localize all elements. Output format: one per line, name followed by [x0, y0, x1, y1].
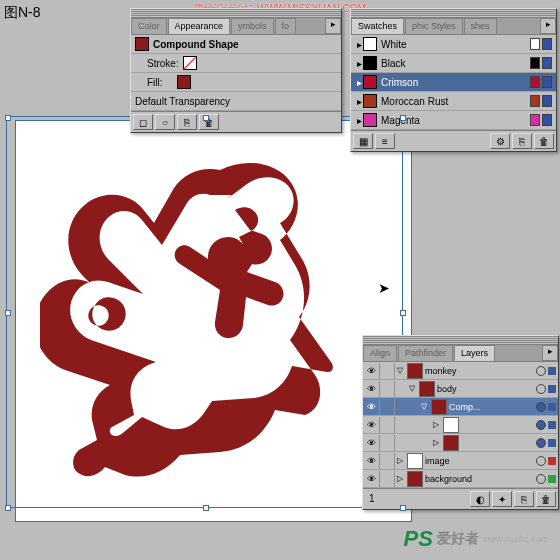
lock-column[interactable] — [380, 435, 395, 451]
visibility-icon[interactable]: 👁 — [363, 471, 380, 487]
lock-column[interactable] — [380, 363, 395, 379]
mode-icon — [542, 114, 552, 126]
tab-swatches[interactable]: Swatches — [351, 18, 404, 34]
appearance-panel[interactable]: Color Appearance ymbols fo ▸ Compound Sh… — [130, 8, 342, 133]
selection-handle[interactable] — [400, 115, 406, 121]
layer-row[interactable]: 👁▷image — [363, 452, 558, 470]
new-fill-icon[interactable]: ◻ — [133, 114, 153, 130]
layers-tabs[interactable]: Align Pathfinder Layers ▸ — [363, 345, 558, 362]
layer-name[interactable]: body — [437, 384, 457, 394]
trash-icon[interactable]: 🗑 — [534, 133, 554, 149]
stroke-row[interactable]: Stroke: — [131, 54, 341, 73]
layer-row[interactable]: 👁▽Comp... — [363, 398, 558, 416]
new-swatch-icon[interactable]: ⎘ — [512, 133, 532, 149]
trash-icon[interactable]: 🗑 — [536, 491, 556, 507]
swatch-row[interactable]: ▸Black — [351, 54, 556, 73]
sel-indicator — [548, 475, 556, 483]
options-icon[interactable]: ⚙ — [490, 133, 510, 149]
new-sublayer-icon[interactable]: ✦ — [492, 491, 512, 507]
tab-color[interactable]: Color — [131, 18, 167, 34]
selection-handle[interactable] — [5, 310, 11, 316]
layers-panel[interactable]: Align Pathfinder Layers ▸ 👁▽monkey👁▽body… — [362, 335, 559, 510]
target-icon[interactable] — [536, 456, 546, 466]
target-icon[interactable] — [536, 420, 546, 430]
layer-row[interactable]: 👁▷background — [363, 470, 558, 488]
target-icon[interactable] — [536, 384, 546, 394]
disclosure-icon[interactable]: ▷ — [431, 420, 441, 429]
selection-handle[interactable] — [5, 505, 11, 511]
disclosure-icon[interactable]: ▷ — [395, 456, 405, 465]
show-kinds-icon[interactable]: ▦ — [353, 133, 373, 149]
duplicate-icon[interactable]: ⎘ — [177, 114, 197, 130]
sel-indicator — [548, 385, 556, 393]
swatch-row[interactable]: ▸Crimson — [351, 73, 556, 92]
panel-grip[interactable] — [363, 336, 558, 345]
lock-column[interactable] — [380, 453, 395, 469]
swatch-row[interactable]: ▸Magenta — [351, 111, 556, 130]
tab-symbols[interactable]: ymbols — [231, 18, 274, 34]
panel-menu-icon[interactable]: ▸ — [540, 18, 556, 34]
panel-menu-icon[interactable]: ▸ — [325, 18, 341, 34]
visibility-icon[interactable]: 👁 — [363, 417, 380, 433]
swatch-row[interactable]: ▸White — [351, 35, 556, 54]
swatch-row[interactable]: ▸Moroccan Rust — [351, 92, 556, 111]
layer-name[interactable]: Comp... — [449, 402, 481, 412]
monkey-artwork[interactable] — [40, 140, 380, 520]
clip-icon[interactable]: ◐ — [470, 491, 490, 507]
stroke-label: Stroke: — [147, 58, 179, 69]
disclosure-icon[interactable]: ▽ — [419, 402, 429, 411]
selection-handle[interactable] — [203, 505, 209, 511]
target-icon[interactable] — [536, 474, 546, 484]
tab-pathfinder[interactable]: Pathfinder — [398, 345, 453, 361]
list-view-icon[interactable]: ≡ — [375, 133, 395, 149]
selection-handle[interactable] — [400, 310, 406, 316]
target-icon[interactable] — [536, 438, 546, 448]
layer-row[interactable]: 👁▽monkey — [363, 362, 558, 380]
fill-row[interactable]: Fill: — [131, 73, 341, 92]
layer-row[interactable]: 👁▷ — [363, 416, 558, 434]
target-icon[interactable] — [536, 366, 546, 376]
visibility-icon[interactable]: 👁 — [363, 381, 380, 397]
new-stroke-icon[interactable]: ○ — [155, 114, 175, 130]
lock-column[interactable] — [380, 417, 395, 433]
appearance-item[interactable]: Compound Shape — [131, 35, 341, 54]
panel-grip[interactable] — [131, 9, 341, 18]
layer-name[interactable]: image — [425, 456, 450, 466]
swatches-panel[interactable]: Swatches phic Styles shes ▸ ▸White▸Black… — [350, 8, 557, 152]
visibility-icon[interactable]: 👁 — [363, 435, 380, 451]
lock-column[interactable] — [380, 381, 395, 397]
panel-menu-icon[interactable]: ▸ — [542, 345, 558, 361]
tab-brushes[interactable]: shes — [464, 18, 497, 34]
target-icon[interactable] — [536, 402, 546, 412]
selection-handle[interactable] — [203, 115, 209, 121]
visibility-icon[interactable]: 👁 — [363, 363, 380, 379]
layer-row[interactable]: 👁▷ — [363, 434, 558, 452]
appearance-tabs[interactable]: Color Appearance ymbols fo ▸ — [131, 18, 341, 35]
layer-row[interactable]: 👁▽body — [363, 380, 558, 398]
swatches-tabs[interactable]: Swatches phic Styles shes ▸ — [351, 18, 556, 35]
visibility-icon[interactable]: 👁 — [363, 399, 380, 415]
disclosure-icon[interactable]: ▽ — [395, 366, 405, 375]
transparency-row[interactable]: Default Transparency — [131, 92, 341, 111]
disclosure-icon[interactable]: ▷ — [431, 438, 441, 447]
tab-fo[interactable]: fo — [275, 18, 297, 34]
panel-grip[interactable] — [351, 9, 556, 18]
new-layer-icon[interactable]: ⎘ — [514, 491, 534, 507]
layer-name[interactable]: monkey — [425, 366, 457, 376]
stroke-swatch[interactable] — [183, 56, 197, 70]
tab-align[interactable]: Align — [363, 345, 397, 361]
tab-layers[interactable]: Layers — [454, 345, 495, 361]
lock-column[interactable] — [380, 471, 395, 487]
tab-appearance[interactable]: Appearance — [168, 18, 231, 34]
layer-thumb — [419, 381, 435, 397]
layer-name[interactable]: background — [425, 474, 472, 484]
tab-styles[interactable]: phic Styles — [405, 18, 463, 34]
fill-swatch[interactable] — [177, 75, 191, 89]
selection-handle[interactable] — [5, 115, 11, 121]
selection-handle[interactable] — [400, 505, 406, 511]
disclosure-icon[interactable]: ▽ — [407, 384, 417, 393]
disclosure-icon[interactable]: ▷ — [395, 474, 405, 483]
lock-column[interactable] — [380, 399, 395, 415]
visibility-icon[interactable]: 👁 — [363, 453, 380, 469]
layer-thumb — [407, 471, 423, 487]
